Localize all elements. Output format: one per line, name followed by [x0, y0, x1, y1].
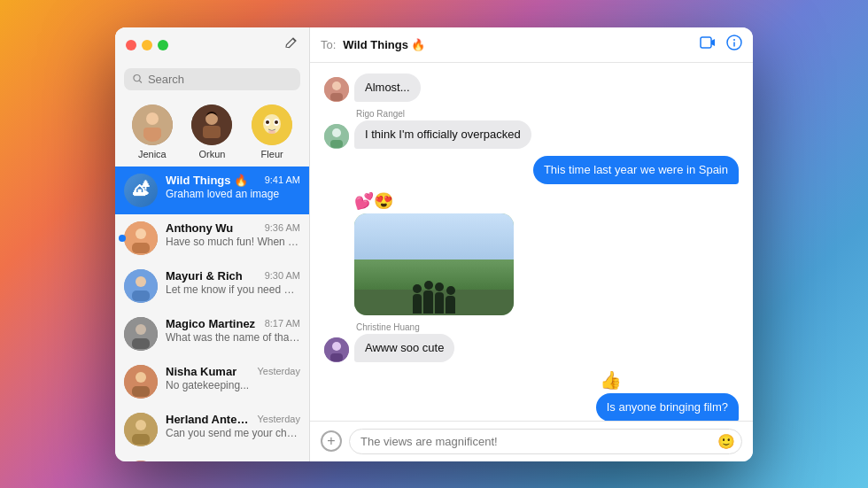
pinned-contact-orkun[interactable]: Orkun	[191, 105, 232, 159]
add-attachment-button[interactable]: +	[321, 430, 342, 452]
chat-photo-spain[interactable]	[354, 213, 514, 315]
conv-content-magico-martinez: Magico Martinez 8:17 AM What was the nam…	[166, 317, 300, 344]
bubble-film: Is anyone bringing film?	[596, 393, 739, 420]
conv-item-magico-martinez[interactable]: Magico Martinez 8:17 AM What was the nam…	[115, 310, 309, 358]
conv-content-wild-things: Wild Things 🔥 9:41 AM Graham loved an im…	[166, 174, 300, 200]
conv-item-wild-things[interactable]: 🏕 Wild Things 🔥 9:41 AM Graham loved an …	[115, 167, 309, 214]
chat-header: To: Wild Things 🔥	[310, 27, 753, 63]
close-button[interactable]	[126, 40, 136, 50]
svg-point-31	[124, 461, 158, 461]
conv-avatar-wild-things: 🏕	[124, 174, 158, 207]
conv-time: 9:30 AM	[265, 270, 300, 281]
svg-rect-30	[132, 434, 150, 445]
minimize-button[interactable]	[142, 40, 152, 50]
svg-rect-18	[132, 243, 150, 253]
svg-rect-24	[132, 338, 150, 349]
conv-name: Anthony Wu	[166, 221, 233, 235]
conv-item-herland-antezana[interactable]: Herland Antezana Yesterday Can you send …	[115, 406, 309, 453]
conv-avatar-magico-martinez	[124, 317, 158, 351]
conv-preview: What was the name of that '90s thriller …	[166, 331, 300, 344]
contact-name-jenica: Jenica	[138, 149, 167, 159]
contact-name-fleur: Fleur	[261, 149, 283, 159]
conv-item-leticia-ibarra[interactable]: Leticia Ibarra 6/8/24 I'll bring my bino…	[115, 453, 309, 461]
message-spain: This time last year we were in Spain	[533, 156, 739, 184]
conv-name: Herland Antezana	[166, 413, 253, 426]
chat-area: To: Wild Things 🔥	[310, 27, 753, 461]
svg-point-0	[134, 74, 140, 81]
svg-point-20	[136, 276, 146, 287]
sender-label-christine: Christine Huang	[324, 322, 454, 332]
conv-avatar-mayuri-rich	[124, 269, 158, 303]
svg-point-3	[146, 112, 159, 125]
message-input-wrapper: 🙂	[349, 429, 742, 454]
svg-rect-37	[701, 37, 711, 48]
video-call-icon[interactable]	[700, 36, 716, 52]
conversation-list: 🏕 Wild Things 🔥 9:41 AM Graham loved an …	[115, 167, 309, 461]
conv-time: 9:36 AM	[265, 222, 300, 233]
emoji-reaction-hearts: 💕😍	[354, 191, 514, 211]
conv-item-anthony-wu[interactable]: Anthony Wu 9:36 AM Have so much fun! Whe…	[115, 214, 309, 262]
conv-content-nisha-kumar: Nisha Kumar Yesterday No gatekeeping...	[166, 365, 300, 391]
bubble-rigo: I think I'm officially overpacked	[354, 120, 531, 149]
conv-time: 9:41 AM	[265, 174, 300, 185]
svg-line-1	[139, 81, 142, 83]
avatar-orkun	[191, 105, 232, 145]
conv-time: Yesterday	[257, 366, 300, 376]
bubble-spain: This time last year we were in Spain	[533, 156, 739, 184]
conv-item-mayuri-rich[interactable]: Mayuri & Rich 9:30 AM Let me know if you…	[115, 262, 309, 310]
svg-rect-8	[203, 126, 221, 138]
svg-rect-5	[143, 128, 161, 138]
search-input[interactable]	[148, 73, 291, 86]
emoji-picker-button[interactable]: 🙂	[717, 433, 735, 450]
sidebar: Jenica Orkun	[115, 27, 310, 461]
conv-avatar-nisha-kumar	[124, 365, 158, 399]
conv-content-anthony-wu: Anthony Wu 9:36 AM Have so much fun! Whe…	[166, 221, 300, 248]
pinned-contacts: Jenica Orkun	[115, 96, 309, 167]
conv-avatar-anthony-wu	[124, 221, 158, 255]
svg-point-23	[136, 324, 146, 335]
conv-preview: Can you send me your chocolate chip cook…	[166, 427, 300, 439]
sender-label-rigo: Rigo Rangel	[324, 109, 531, 119]
chat-input-bar: + 🙂	[310, 421, 753, 461]
chat-to-label: To:	[321, 38, 336, 51]
svg-rect-43	[330, 93, 343, 101]
message-almost: Almost...	[324, 74, 421, 102]
svg-point-29	[136, 420, 146, 430]
info-icon[interactable]	[726, 35, 742, 54]
conv-content-leticia-ibarra: Leticia Ibarra 6/8/24 I'll bring my bino…	[166, 461, 300, 461]
svg-point-45	[332, 128, 341, 137]
svg-point-13	[266, 120, 269, 124]
app-window: Jenica Orkun	[115, 27, 753, 461]
search-bar	[124, 68, 300, 90]
conv-preview: Let me know if you need a ride!	[166, 283, 300, 296]
avatar-jenica	[132, 105, 173, 145]
message-rigo: Rigo Rangel I think I'm officially overp…	[324, 109, 531, 149]
pinned-contact-fleur[interactable]: Fleur	[252, 105, 292, 159]
conv-name: Leticia Ibarra	[166, 461, 237, 461]
conv-name: Magico Martinez	[166, 317, 255, 330]
chat-header-actions	[700, 35, 742, 54]
conv-preview: Graham loved an image	[166, 188, 300, 200]
bubble-almost: Almost...	[354, 74, 421, 102]
conv-time: 8:17 AM	[265, 318, 300, 329]
titlebar	[115, 27, 309, 63]
chat-recipient: Wild Things 🔥	[343, 38, 425, 51]
conv-preview: No gatekeeping...	[166, 379, 300, 391]
maximize-button[interactable]	[158, 40, 168, 50]
conv-avatar-herland-antezana	[124, 413, 158, 446]
unread-dot	[119, 235, 126, 242]
chat-messages: Almost... Rigo Rangel I think I'm offici…	[310, 63, 753, 421]
svg-rect-46	[330, 140, 343, 148]
message-input[interactable]	[349, 429, 742, 454]
conv-preview: Have so much fun! When are you back?	[166, 236, 300, 248]
conv-item-nisha-kumar[interactable]: Nisha Kumar Yesterday No gatekeeping...	[115, 358, 309, 406]
traffic-lights	[126, 40, 168, 50]
svg-point-39	[733, 39, 735, 41]
contact-name-orkun: Orkun	[199, 149, 226, 159]
conv-content-herland-antezana: Herland Antezana Yesterday Can you send …	[166, 413, 300, 439]
pinned-contact-jenica[interactable]: Jenica	[132, 105, 173, 159]
compose-button[interactable]	[284, 36, 298, 54]
msg-avatar	[324, 77, 349, 102]
svg-point-15	[268, 130, 275, 134]
svg-point-17	[136, 229, 146, 239]
